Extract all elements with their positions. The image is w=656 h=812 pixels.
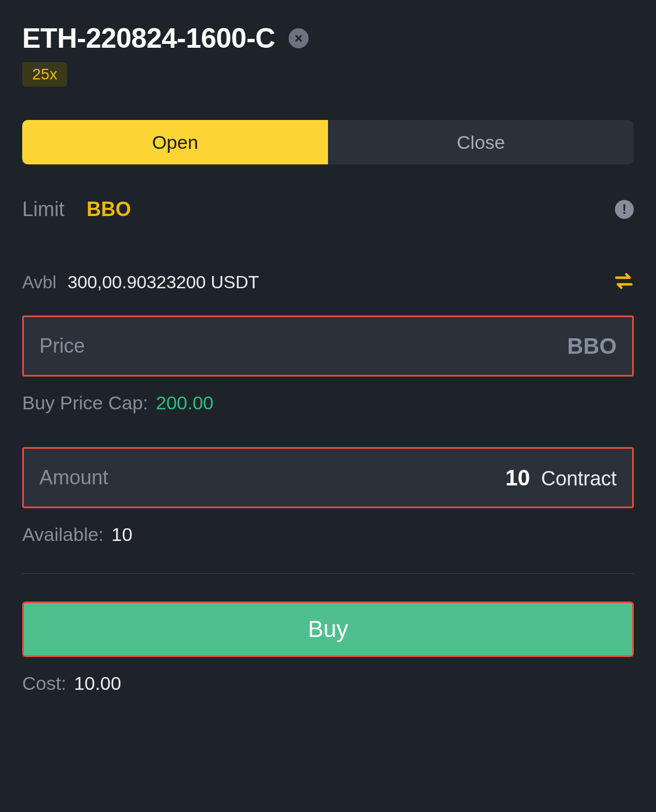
transfer-icon[interactable]	[614, 271, 634, 293]
position-tabs: Open Close	[22, 120, 634, 164]
amount-label: Amount	[39, 466, 108, 489]
close-icon[interactable]	[289, 28, 309, 48]
order-type-bbo[interactable]: BBO	[87, 198, 131, 221]
order-type-limit[interactable]: Limit	[22, 198, 64, 221]
amount-available-value: 10	[112, 524, 133, 545]
available-balance: Avbl 300,00.90323200 USDT	[22, 272, 259, 293]
leverage-badge[interactable]: 25x	[22, 62, 67, 87]
tab-open[interactable]: Open	[22, 120, 328, 164]
order-type-selector: Limit BBO	[22, 198, 131, 221]
info-icon[interactable]: !	[615, 200, 634, 219]
available-value: 300,00.90323200 USDT	[68, 272, 259, 293]
cost-value: 10.00	[74, 673, 121, 694]
amount-input[interactable]: Amount 10 Contract	[22, 447, 634, 508]
amount-unit: Contract	[541, 467, 617, 490]
price-cap-value: 200.00	[156, 392, 214, 414]
amount-available-label: Available:	[22, 524, 104, 545]
available-label: Avbl	[22, 272, 57, 293]
buy-button[interactable]: Buy	[22, 602, 634, 657]
amount-available: Available: 10	[22, 524, 634, 545]
price-mode: BBO	[567, 334, 617, 359]
buy-price-cap: Buy Price Cap: 200.00	[22, 392, 634, 414]
cost: Cost: 10.00	[22, 673, 634, 694]
tab-close[interactable]: Close	[328, 120, 634, 164]
divider	[22, 573, 634, 574]
cost-label: Cost:	[22, 673, 66, 694]
ticker-symbol: ETH-220824-1600-C	[22, 22, 275, 54]
amount-value: 10	[505, 465, 530, 490]
price-label: Price	[39, 334, 85, 358]
price-input[interactable]: Price BBO	[22, 315, 634, 377]
price-cap-label: Buy Price Cap:	[22, 392, 148, 414]
